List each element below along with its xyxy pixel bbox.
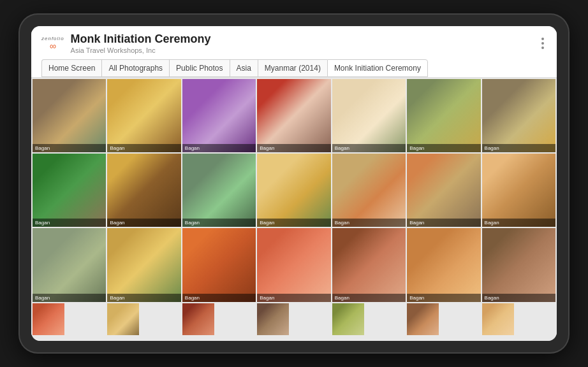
photo-cell[interactable]: Bagan	[257, 228, 330, 301]
photo-label: Bagan	[257, 219, 330, 227]
menu-button[interactable]	[539, 35, 547, 52]
photo-cell[interactable]: Bagan	[33, 228, 106, 301]
photo-label: Bagan	[332, 294, 406, 302]
photo-label: Bagan	[33, 219, 106, 227]
logo-infinity-icon: ∞	[50, 41, 56, 50]
photo-cell[interactable]	[107, 303, 139, 335]
photo-label: Bagan	[182, 294, 256, 302]
photo-cell[interactable]	[182, 303, 214, 335]
photo-cell[interactable]: Bagan	[332, 154, 406, 227]
photo-cell[interactable]: Bagan	[107, 79, 180, 152]
breadcrumb-public[interactable]: Public Photos	[169, 59, 229, 77]
photo-cell[interactable]: Bagan	[482, 79, 555, 152]
photo-cell[interactable]: Bagan	[407, 228, 480, 301]
page-title: Monk Initiation Ceremony	[71, 32, 211, 47]
photo-cell[interactable]: Bagan	[332, 79, 406, 152]
header-top: zenfolio ∞ Monk Initiation Ceremony Asia…	[41, 32, 547, 59]
photo-cell[interactable]: Bagan	[182, 228, 256, 301]
photo-cell[interactable]: Bagan	[33, 154, 106, 227]
breadcrumb-asia[interactable]: Asia	[230, 59, 258, 77]
photo-label: Bagan	[33, 294, 106, 302]
photo-label: Bagan	[257, 144, 330, 152]
photo-label: Bagan	[482, 144, 555, 152]
dot-1	[541, 38, 544, 40]
photo-grid: Bagan Bagan Bagan Bagan Bagan Bagan	[33, 79, 555, 335]
photo-cell[interactable]: Bagan	[482, 154, 555, 227]
header-title-block: Monk Initiation Ceremony Asia Travel Wor…	[71, 32, 211, 54]
photo-label: Bagan	[107, 144, 180, 152]
photo-cell[interactable]: Bagan	[182, 79, 256, 152]
dot-2	[541, 42, 544, 45]
photo-cell[interactable]: Bagan	[257, 79, 330, 152]
photo-label: Bagan	[407, 294, 480, 302]
device-screen: zenfolio ∞ Monk Initiation Ceremony Asia…	[31, 26, 557, 341]
photo-label: Bagan	[257, 294, 330, 302]
photo-label: Bagan	[332, 144, 406, 152]
photo-cell[interactable]	[407, 303, 439, 335]
photo-label: Bagan	[107, 294, 180, 302]
photo-label: Bagan	[182, 144, 256, 152]
photo-cell[interactable]	[33, 303, 64, 335]
photo-cell[interactable]: Bagan	[33, 79, 106, 152]
photo-label: Bagan	[482, 219, 555, 227]
photo-label: Bagan	[407, 219, 480, 227]
photo-label: Bagan	[182, 219, 256, 227]
photo-cell[interactable]: Bagan	[257, 154, 330, 227]
device-frame: zenfolio ∞ Monk Initiation Ceremony Asia…	[20, 15, 568, 352]
photo-cell[interactable]	[257, 303, 289, 335]
photo-cell[interactable]: Bagan	[407, 154, 480, 227]
photo-cell[interactable]: Bagan	[107, 228, 180, 301]
photo-cell[interactable]: Bagan	[407, 79, 480, 152]
breadcrumb-all-photos[interactable]: All Photographs	[101, 59, 169, 77]
photo-cell[interactable]: Bagan	[482, 228, 555, 301]
photo-label: Bagan	[33, 144, 106, 152]
photo-grid-container[interactable]: Bagan Bagan Bagan Bagan Bagan Bagan	[31, 78, 557, 341]
breadcrumb-myanmar[interactable]: Myanmar (2014)	[258, 59, 327, 77]
photo-cell[interactable]	[482, 303, 514, 335]
breadcrumb-ceremony[interactable]: Monk Initiation Ceremony	[327, 59, 428, 77]
page-subtitle: Asia Travel Workshops, Inc	[71, 47, 211, 54]
dot-3	[541, 47, 544, 49]
photo-label: Bagan	[407, 144, 480, 152]
photo-cell[interactable]: Bagan	[107, 154, 180, 227]
header-left: zenfolio ∞ Monk Initiation Ceremony Asia…	[41, 32, 211, 54]
photo-cell[interactable]: Bagan	[182, 154, 256, 227]
zenfolio-logo: zenfolio ∞	[41, 36, 64, 50]
photo-cell[interactable]: Bagan	[332, 228, 406, 301]
photo-cell[interactable]	[332, 303, 364, 335]
photo-label: Bagan	[107, 219, 180, 227]
header: zenfolio ∞ Monk Initiation Ceremony Asia…	[31, 26, 557, 78]
breadcrumb: Home Screen All Photographs Public Photo…	[41, 59, 547, 77]
photo-label: Bagan	[482, 294, 555, 302]
photo-label: Bagan	[332, 219, 406, 227]
breadcrumb-home[interactable]: Home Screen	[41, 59, 101, 77]
